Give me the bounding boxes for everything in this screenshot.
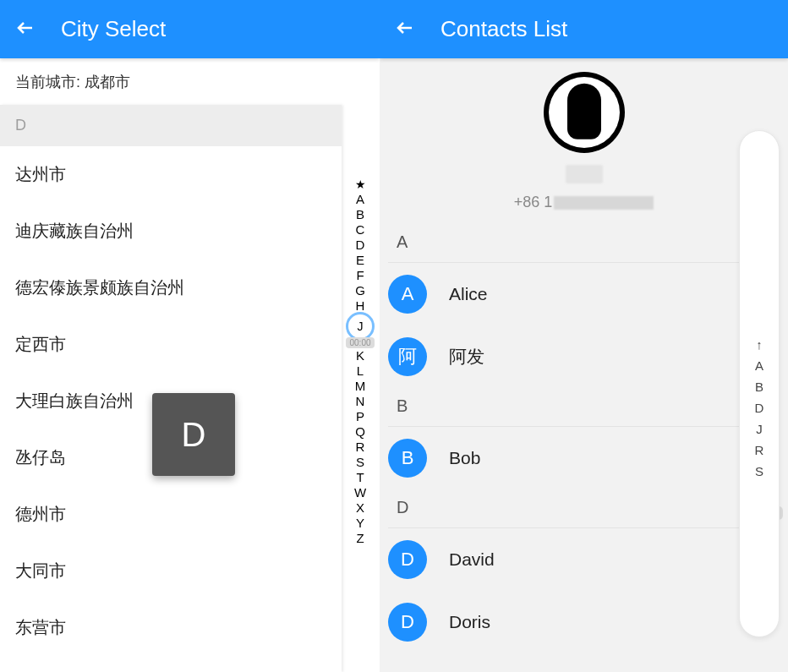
- alpha-index-bar[interactable]: ↑ABDJRS: [739, 130, 780, 637]
- contact-name: David: [449, 549, 495, 570]
- city-item[interactable]: 大兴安岭地区: [0, 656, 342, 672]
- contact-row[interactable]: AAlice: [380, 263, 788, 325]
- contacts-list-screen: Contacts List +86 1 AAAlice阿阿发BBBobDDDav…: [380, 0, 788, 672]
- city-item[interactable]: 大同市: [0, 543, 342, 599]
- contact-row[interactable]: BBob: [380, 427, 788, 489]
- contact-name: 阿发: [449, 345, 484, 369]
- index-letter[interactable]: M: [355, 379, 366, 394]
- app-bar: City Select: [0, 0, 380, 58]
- contact-name: Bob: [449, 448, 480, 468]
- phone-prefix: +86 1: [514, 194, 553, 210]
- alpha-index-bar[interactable]: ★ABCDEFGHJ00:00KLMNPQRSTWXYZ: [347, 177, 373, 546]
- contact-row[interactable]: DDavid: [380, 528, 788, 591]
- index-letter[interactable]: W: [354, 485, 366, 500]
- city-item[interactable]: 迪庆藏族自治州: [0, 203, 342, 260]
- index-letter[interactable]: R: [755, 443, 764, 457]
- current-city-label: 当前城市: 成都市: [0, 58, 380, 106]
- contact-row[interactable]: DDoris: [380, 591, 788, 653]
- city-list[interactable]: D 达州市迪庆藏族自治州德宏傣族景颇族自治州定西市大理白族自治州氹仔岛德州市大同…: [0, 105, 342, 672]
- contacts-body: +86 1 AAAlice阿阿发BBBobDDDavidDDoris ↑ABDJ…: [380, 58, 788, 672]
- index-letter[interactable]: B: [356, 207, 364, 222]
- index-letter[interactable]: D: [755, 401, 764, 415]
- city-item[interactable]: 达州市: [0, 146, 342, 203]
- contact-badge: 阿: [388, 337, 427, 376]
- back-arrow-icon[interactable]: [395, 18, 415, 41]
- index-letter[interactable]: L: [357, 363, 364, 379]
- city-select-body: 当前城市: 成都市 D 达州市迪庆藏族自治州德宏傣族景颇族自治州定西市大理白族自…: [0, 58, 380, 672]
- city-item[interactable]: 东营市: [0, 599, 342, 656]
- index-letter[interactable]: C: [356, 222, 365, 238]
- contact-name: Alice: [449, 284, 488, 304]
- profile-phone: +86 1: [380, 194, 788, 211]
- index-letter[interactable]: Z: [356, 531, 364, 546]
- index-timer-badge: 00:00: [346, 337, 374, 348]
- index-letter[interactable]: R: [356, 440, 365, 455]
- back-arrow-icon[interactable]: [15, 18, 36, 41]
- app-title: Contacts List: [441, 16, 567, 42]
- index-letter[interactable]: K: [356, 348, 364, 363]
- index-letter[interactable]: A: [755, 358, 763, 373]
- city-item[interactable]: 德州市: [0, 486, 342, 543]
- index-letter[interactable]: D: [356, 238, 365, 253]
- index-letter-highlight[interactable]: J: [346, 312, 375, 341]
- contacts-list[interactable]: AAAlice阿阿发BBBobDDDavidDDoris: [380, 224, 788, 672]
- index-letter[interactable]: A: [356, 192, 364, 207]
- city-item[interactable]: 德宏傣族景颇族自治州: [0, 260, 342, 316]
- contact-badge: D: [388, 540, 427, 579]
- index-letter[interactable]: B: [755, 380, 763, 394]
- index-star[interactable]: ★: [355, 177, 366, 192]
- contact-section-header: D: [388, 489, 771, 528]
- index-bubble: D: [152, 393, 235, 476]
- city-item[interactable]: 定西市: [0, 316, 342, 373]
- phone-redacted: [554, 196, 654, 210]
- app-bar: Contacts List: [380, 0, 788, 58]
- index-top-icon[interactable]: ↑: [756, 337, 763, 352]
- contact-badge: D: [388, 603, 427, 642]
- index-letter[interactable]: F: [356, 268, 364, 283]
- index-letter[interactable]: J: [756, 422, 763, 436]
- avatar[interactable]: [544, 72, 625, 153]
- contact-badge: B: [388, 439, 427, 478]
- index-letter[interactable]: G: [355, 283, 365, 298]
- index-letter[interactable]: S: [356, 455, 364, 470]
- profile-name-redacted: [566, 165, 603, 183]
- contact-name: Doris: [449, 612, 490, 632]
- index-letter[interactable]: Q: [355, 424, 365, 440]
- index-letter[interactable]: E: [356, 253, 364, 268]
- index-letter[interactable]: P: [356, 409, 364, 424]
- profile-card: +86 1: [380, 58, 788, 223]
- index-letter[interactable]: S: [755, 464, 763, 478]
- index-letter[interactable]: X: [356, 500, 364, 516]
- app-title: City Select: [61, 16, 166, 42]
- index-letter[interactable]: T: [356, 470, 364, 485]
- index-letter[interactable]: N: [356, 394, 365, 409]
- contact-section-header: A: [388, 224, 771, 263]
- index-letter[interactable]: Y: [356, 516, 364, 531]
- contact-row[interactable]: 阿阿发: [380, 325, 788, 388]
- city-select-screen: City Select 当前城市: 成都市 D 达州市迪庆藏族自治州德宏傣族景颇…: [0, 0, 380, 672]
- city-section-header: D: [0, 105, 342, 146]
- contact-badge: A: [388, 275, 427, 314]
- contact-section-header: B: [388, 388, 771, 427]
